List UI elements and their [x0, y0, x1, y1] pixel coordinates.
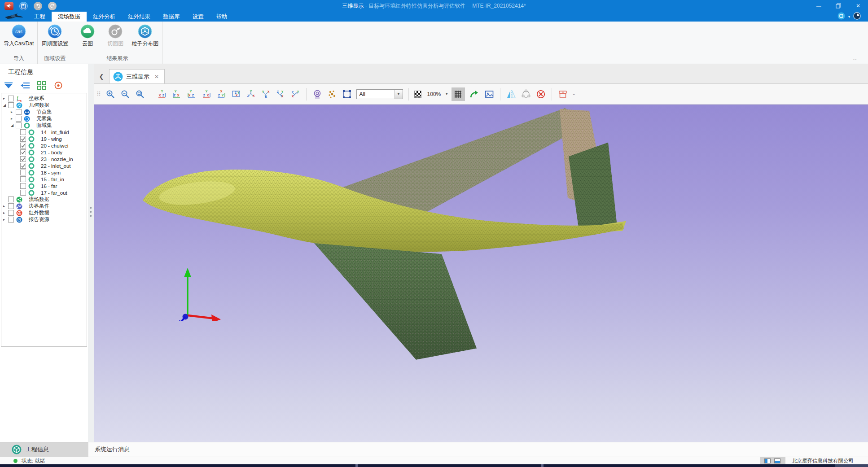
box-select-button[interactable]: [342, 89, 352, 100]
splitter-handle[interactable]: [90, 207, 92, 217]
tree-item-report-resources-checkbox[interactable]: [8, 217, 14, 223]
zoom-in-button[interactable]: [105, 89, 116, 100]
view-back-button[interactable]: YZX: [171, 89, 182, 100]
view-front-button[interactable]: YXZ: [157, 89, 167, 100]
layout-bottom-panel-icon[interactable]: [774, 458, 780, 463]
linked-views-button[interactable]: [521, 89, 531, 100]
toolbar-drag-handle[interactable]: ⠿: [96, 91, 101, 97]
grid-view-button[interactable]: [37, 81, 47, 90]
tree-expand-arrow[interactable]: ▸: [11, 117, 16, 121]
tree-item-20-chuiwei-checkbox[interactable]: [20, 143, 26, 148]
save-button[interactable]: [19, 2, 28, 10]
menu-tab-ir-analysis[interactable]: 红外分析: [87, 12, 122, 22]
view-bottom-button[interactable]: ZYX: [231, 89, 241, 100]
tree-item-14-int_fluid-checkbox[interactable]: [20, 129, 26, 135]
tree-item-coordinate-system-checkbox[interactable]: [8, 96, 14, 101]
periodic-face-button[interactable]: 周期面设置: [39, 24, 70, 48]
tree-item-element-set-checkbox[interactable]: [16, 116, 22, 122]
tree-item-infrared-data[interactable]: ▸红外数据: [1, 209, 87, 216]
zoom-fit-button[interactable]: [135, 89, 145, 100]
tree-item-17-far_out-checkbox[interactable]: [20, 190, 26, 196]
mirror-button[interactable]: [506, 89, 517, 100]
view-top-button[interactable]: XZY: [216, 89, 227, 100]
menu-tab-settings[interactable]: 设置: [186, 12, 210, 22]
tree-expand-arrow[interactable]: ▸: [3, 96, 8, 100]
collapse-sidebar-button[interactable]: ❮: [94, 70, 109, 83]
theme-style-button[interactable]: [837, 12, 845, 22]
tree-item-23-nozzle_in-checkbox[interactable]: [20, 156, 26, 162]
tree-collapse-arrow[interactable]: ◢: [11, 123, 16, 127]
tree-item-18-sym[interactable]: 18 - sym: [1, 169, 87, 176]
tree-item-21-body-checkbox[interactable]: [20, 149, 26, 155]
view-iso-4-button[interactable]: ZXY: [290, 89, 301, 100]
tree-item-22-inlet_out[interactable]: 22 - inlet_out: [1, 162, 87, 169]
collapse-all-button[interactable]: [20, 81, 30, 90]
clear-scene-button[interactable]: [535, 89, 546, 100]
tree-item-15-far_in[interactable]: 15 - far_in: [1, 176, 87, 183]
view-iso-1-button[interactable]: YZX: [245, 89, 256, 100]
export-view-button[interactable]: [469, 89, 480, 100]
import-cas-dat-button[interactable]: cas导入Cas/Dat: [1, 24, 36, 48]
tree-item-element-set[interactable]: ▸元素集: [1, 115, 87, 122]
view-right-button[interactable]: YZX: [201, 89, 212, 100]
project-info-bottom-button[interactable]: 工程信息: [0, 442, 88, 457]
menu-tab-project[interactable]: 工程: [28, 12, 52, 22]
tree-item-18-sym-checkbox[interactable]: [20, 170, 26, 175]
menu-tab-flowfield[interactable]: 流场数据: [52, 12, 87, 22]
tree-item-19-wing-checkbox[interactable]: [20, 136, 26, 142]
tree-item-boundary-conditions-checkbox[interactable]: [8, 203, 14, 209]
panel-splitter[interactable]: [88, 64, 94, 442]
view-iso-3-button[interactable]: ZYX: [275, 89, 286, 100]
mesh-toggle-button[interactable]: [452, 87, 465, 101]
tree-item-16-far[interactable]: 16 - far: [1, 183, 87, 189]
snapshot-button[interactable]: [484, 89, 495, 100]
tree-item-geometry-data[interactable]: ◢几何数据: [1, 102, 87, 109]
tree-item-coordinate-system[interactable]: ▸YZX坐标系: [1, 95, 87, 102]
light-button[interactable]: [312, 89, 323, 100]
tree-item-node-set[interactable]: ▸节点集: [1, 109, 87, 115]
tree-item-23-nozzle_in[interactable]: 23 - nozzle_in: [1, 156, 87, 162]
particle-plot-button[interactable]: 粒子分布图: [129, 24, 161, 48]
opacity-icon[interactable]: [414, 91, 421, 98]
menu-tab-database[interactable]: 数据库: [157, 12, 186, 22]
display-filter-combobox[interactable]: All ▼: [356, 89, 403, 99]
tree-item-geometry-data-checkbox[interactable]: [8, 102, 14, 108]
tree-item-14-int_fluid[interactable]: 14 - int_fluid: [1, 129, 87, 135]
tab-close-icon[interactable]: ✕: [154, 74, 159, 80]
tree-item-flowfield-data[interactable]: 流场数据: [1, 196, 87, 203]
tree-item-face-set-checkbox[interactable]: [16, 122, 22, 128]
tree-item-22-inlet_out-checkbox[interactable]: [20, 163, 26, 169]
tree-item-16-far-checkbox[interactable]: [20, 183, 26, 189]
tree-item-20-chuiwei[interactable]: 20 - chuiwei: [1, 142, 87, 149]
opacity-caret[interactable]: ▾: [446, 92, 447, 96]
locate-target-button[interactable]: [53, 81, 63, 90]
contour-plot-button[interactable]: 云图: [74, 24, 101, 48]
tree-item-17-far_out[interactable]: 17 - far_out: [1, 189, 87, 196]
view-iso-2-button[interactable]: YXZ: [260, 89, 271, 100]
ribbon-collapse-chevron[interactable]: ︿: [853, 56, 857, 62]
tree-item-node-set-checkbox[interactable]: [16, 109, 22, 115]
particle-render-button[interactable]: [327, 89, 338, 100]
tree-item-15-far_in-checkbox[interactable]: [20, 176, 26, 182]
tree-expand-arrow[interactable]: ▸: [3, 211, 8, 215]
tree-item-boundary-conditions[interactable]: ▸边界条件: [1, 203, 87, 209]
tree-item-report-resources[interactable]: ▸报告资源: [1, 216, 87, 223]
theme-dropdown-caret[interactable]: ▾: [848, 15, 850, 19]
redo-button[interactable]: [48, 2, 57, 10]
tree-expand-arrow[interactable]: ▸: [3, 218, 8, 222]
display-filter-caret[interactable]: ▼: [395, 90, 403, 99]
minimize-button[interactable]: [809, 0, 829, 12]
undo-button[interactable]: [34, 2, 42, 10]
close-button[interactable]: ✕: [848, 0, 868, 12]
tree-collapse-arrow[interactable]: ◢: [3, 103, 8, 107]
layout-left-panel-icon[interactable]: [764, 458, 771, 463]
filter-button[interactable]: [4, 81, 13, 90]
tree-item-21-body[interactable]: 21 - body: [1, 149, 87, 156]
view-left-button[interactable]: YXZ: [186, 89, 197, 100]
tree-item-face-set[interactable]: ◢面域集: [1, 122, 87, 129]
section-box-button[interactable]: [557, 89, 568, 100]
system-message-header[interactable]: 系统运行消息: [88, 442, 868, 457]
restore-button[interactable]: [829, 0, 848, 12]
tab-3d-view[interactable]: 三维显示 ✕: [109, 69, 165, 83]
tree-item-flowfield-data-checkbox[interactable]: [8, 196, 14, 202]
